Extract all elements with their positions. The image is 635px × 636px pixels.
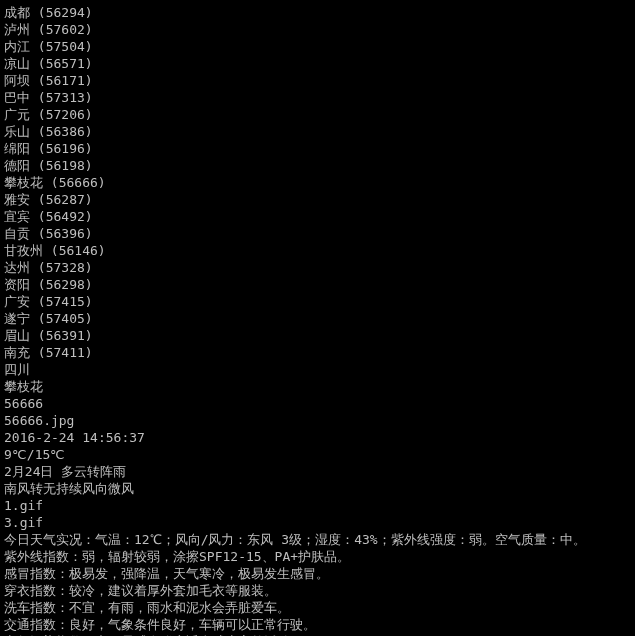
image-file-line: 56666.jpg bbox=[4, 412, 631, 429]
city-line-16: 资阳 (56298) bbox=[4, 276, 631, 293]
uv-line: 紫外线指数：弱，辐射较弱，涂擦SPF12-15、PA+护肤品。 bbox=[4, 548, 631, 565]
city-line-13: 自贡 (56396) bbox=[4, 225, 631, 242]
icon1-line: 1.gif bbox=[4, 497, 631, 514]
city-line-1: 泸州 (57602) bbox=[4, 21, 631, 38]
selected-city-line: 攀枝花 bbox=[4, 378, 631, 395]
city-line-10: 攀枝花 (56666) bbox=[4, 174, 631, 191]
city-line-19: 眉山 (56391) bbox=[4, 327, 631, 344]
city-line-17: 广安 (57415) bbox=[4, 293, 631, 310]
icon3-line: 3.gif bbox=[4, 514, 631, 531]
city-line-2: 内江 (57504) bbox=[4, 38, 631, 55]
today-date-line: 2月24日 多云转阵雨 bbox=[4, 463, 631, 480]
city-line-11: 雅安 (56287) bbox=[4, 191, 631, 208]
wear-line: 穿衣指数：较冷，建议着厚外套加毛衣等服装。 bbox=[4, 582, 631, 599]
city-line-15: 达州 (57328) bbox=[4, 259, 631, 276]
car-line: 洗车指数：不宜，有雨，雨水和泥水会弄脏爱车。 bbox=[4, 599, 631, 616]
cold-line: 感冒指数：极易发，强降温，天气寒冷，极易发生感冒。 bbox=[4, 565, 631, 582]
console-output: 成都 (56294)泸州 (57602)内江 (57504)凉山 (56571)… bbox=[4, 4, 631, 636]
city-line-0: 成都 (56294) bbox=[4, 4, 631, 21]
today-desc-line: 今日天气实况：气温：12℃；风向/风力：东风 3级；湿度：43%；紫外线强度：弱… bbox=[4, 531, 631, 548]
city-line-18: 遂宁 (57405) bbox=[4, 310, 631, 327]
city-line-12: 宜宾 (56492) bbox=[4, 208, 631, 225]
today-wind-line: 南风转无持续风向微风 bbox=[4, 480, 631, 497]
city-line-4: 阿坝 (56171) bbox=[4, 72, 631, 89]
selected-code-line: 56666 bbox=[4, 395, 631, 412]
city-line-6: 广元 (57206) bbox=[4, 106, 631, 123]
today-temp-line: 9℃/15℃ bbox=[4, 446, 631, 463]
city-line-7: 乐山 (56386) bbox=[4, 123, 631, 140]
traffic-line: 交通指数：良好，气象条件良好，车辆可以正常行驶。 bbox=[4, 616, 631, 633]
city-line-9: 德阳 (56198) bbox=[4, 157, 631, 174]
city-line-8: 绵阳 (56196) bbox=[4, 140, 631, 157]
province-line: 四川 bbox=[4, 361, 631, 378]
city-line-3: 凉山 (56571) bbox=[4, 55, 631, 72]
city-line-5: 巴中 (57313) bbox=[4, 89, 631, 106]
city-line-20: 南充 (57411) bbox=[4, 344, 631, 361]
datetime-line: 2016-2-24 14:56:37 bbox=[4, 429, 631, 446]
city-line-14: 甘孜州 (56146) bbox=[4, 242, 631, 259]
